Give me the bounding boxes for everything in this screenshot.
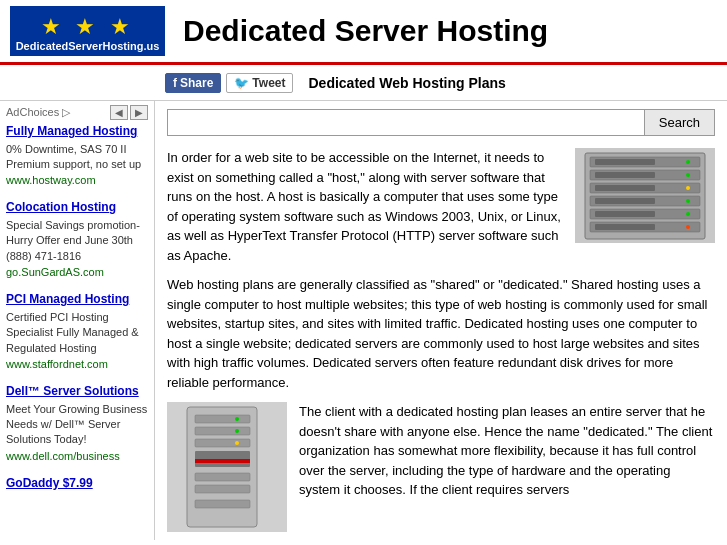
svg-point-11 bbox=[686, 212, 690, 216]
sidebar-ad-1: Colocation Hosting Special Savings promo… bbox=[6, 200, 148, 278]
search-button[interactable]: Search bbox=[645, 109, 715, 136]
adchoices-next[interactable]: ▶ bbox=[130, 105, 148, 120]
sidebar-ad-link-3[interactable]: www.dell.com/business bbox=[6, 450, 148, 462]
svg-point-10 bbox=[686, 199, 690, 203]
svg-rect-13 bbox=[595, 159, 655, 165]
svg-point-9 bbox=[686, 186, 690, 190]
article-paragraph-3: The client with a dedicated hosting plan… bbox=[299, 402, 715, 532]
sidebar-ad-2: PCI Managed Hosting Certified PCI Hostin… bbox=[6, 292, 148, 370]
svg-rect-26 bbox=[195, 485, 250, 493]
adchoices-nav: ◀ ▶ bbox=[108, 105, 148, 120]
sidebar: AdChoices ▷ ◀ ▶ Fully Managed Hosting 0%… bbox=[0, 101, 155, 540]
facebook-icon: f bbox=[173, 76, 177, 90]
article-paragraph-2: Web hosting plans are generally classifi… bbox=[167, 275, 715, 392]
svg-rect-15 bbox=[595, 185, 655, 191]
adchoices-prev[interactable]: ◀ bbox=[110, 105, 128, 120]
sidebar-ad-link-1[interactable]: go.SunGardAS.com bbox=[6, 266, 148, 278]
svg-rect-14 bbox=[595, 172, 655, 178]
sidebar-ad-3: Dell™ Server Solutions Meet Your Growing… bbox=[6, 384, 148, 462]
svg-rect-27 bbox=[195, 500, 250, 508]
logo-area: ★ ★ ★ DedicatedServerHosting.us bbox=[10, 6, 165, 56]
adchoices-label: AdChoices ▷ bbox=[6, 106, 70, 119]
logo-text: DedicatedServerHosting.us bbox=[16, 40, 160, 52]
svg-point-29 bbox=[235, 429, 239, 433]
svg-rect-18 bbox=[595, 224, 655, 230]
sidebar-ad-4: GoDaddy $7.99 bbox=[6, 476, 148, 492]
adchoices-bar: AdChoices ▷ ◀ ▶ bbox=[6, 105, 148, 120]
svg-rect-25 bbox=[195, 473, 250, 481]
server-tower-image bbox=[167, 402, 287, 532]
sidebar-ad-title-0[interactable]: Fully Managed Hosting bbox=[6, 124, 148, 140]
sidebar-ad-link-2[interactable]: www.staffordnet.com bbox=[6, 358, 148, 370]
search-input[interactable] bbox=[167, 109, 645, 136]
svg-point-28 bbox=[235, 417, 239, 421]
svg-rect-17 bbox=[595, 211, 655, 217]
sidebar-ad-desc-2: Certified PCI Hosting Specialist Fully M… bbox=[6, 310, 148, 356]
svg-point-8 bbox=[686, 173, 690, 177]
search-bar: Search bbox=[167, 109, 715, 136]
social-bar: f Share 🐦 Tweet Dedicated Web Hosting Pl… bbox=[0, 65, 727, 101]
article-paragraph-1: In order for a web site to be accessible… bbox=[167, 148, 563, 265]
logo-stars: ★ ★ ★ bbox=[41, 14, 133, 40]
sidebar-ad-desc-0: 0% Downtime, SAS 70 II Premium support, … bbox=[6, 142, 148, 173]
main-layout: AdChoices ▷ ◀ ▶ Fully Managed Hosting 0%… bbox=[0, 101, 727, 540]
site-title: Dedicated Server Hosting bbox=[165, 14, 548, 48]
sidebar-ad-desc-3: Meet Your Growing Business Needs w/ Dell… bbox=[6, 402, 148, 448]
sidebar-ad-title-2[interactable]: PCI Managed Hosting bbox=[6, 292, 148, 308]
header: ★ ★ ★ DedicatedServerHosting.us Dedicate… bbox=[0, 0, 727, 65]
svg-rect-16 bbox=[595, 198, 655, 204]
share-button[interactable]: f Share bbox=[165, 73, 221, 93]
content-area: Search In order for a web site to be acc… bbox=[155, 101, 727, 540]
sidebar-ad-0: Fully Managed Hosting 0% Downtime, SAS 7… bbox=[6, 124, 148, 186]
svg-point-30 bbox=[235, 441, 239, 445]
sidebar-ad-title-1[interactable]: Colocation Hosting bbox=[6, 200, 148, 216]
article-bottom: The client with a dedicated hosting plan… bbox=[167, 402, 715, 532]
server-rack-image bbox=[575, 148, 715, 243]
svg-rect-21 bbox=[195, 427, 250, 435]
sidebar-ad-desc-1: Special Savings promotion- Hurry Offer e… bbox=[6, 218, 148, 264]
sidebar-ad-link-0[interactable]: www.hostway.com bbox=[6, 174, 148, 186]
article-top: In order for a web site to be accessible… bbox=[167, 148, 715, 265]
tweet-label: Tweet bbox=[252, 76, 285, 90]
sidebar-ad-title-3[interactable]: Dell™ Server Solutions bbox=[6, 384, 148, 400]
sidebar-ad-title-4[interactable]: GoDaddy $7.99 bbox=[6, 476, 148, 492]
svg-rect-22 bbox=[195, 439, 250, 447]
svg-rect-20 bbox=[195, 415, 250, 423]
page-subtitle: Dedicated Web Hosting Plans bbox=[298, 75, 505, 91]
tweet-button[interactable]: 🐦 Tweet bbox=[226, 73, 293, 93]
svg-point-12 bbox=[686, 225, 690, 229]
svg-rect-24 bbox=[195, 459, 250, 463]
share-label: Share bbox=[180, 76, 213, 90]
svg-point-7 bbox=[686, 160, 690, 164]
twitter-icon: 🐦 bbox=[234, 76, 249, 90]
